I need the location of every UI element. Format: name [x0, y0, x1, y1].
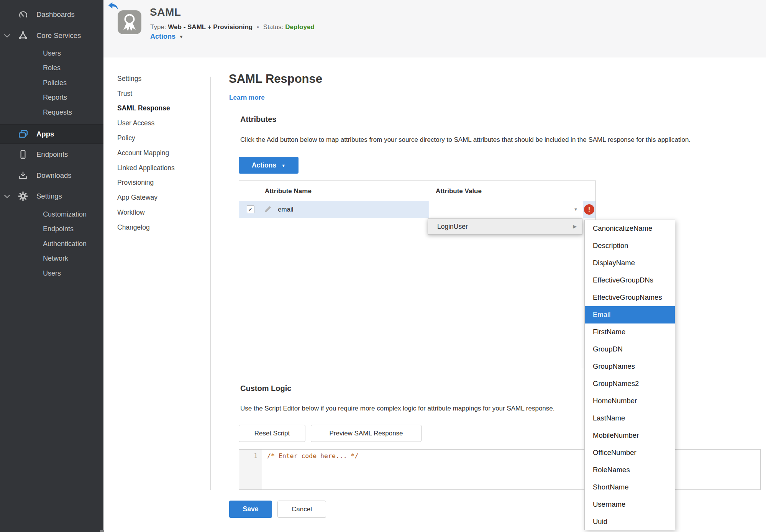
chevron-down-icon[interactable] [4, 194, 11, 199]
sidebar-subitem[interactable]: Network [0, 251, 103, 266]
nav-content-divider [210, 77, 211, 490]
submenu-option[interactable]: Uuid [585, 513, 675, 530]
sidebar-subitem[interactable]: Reports [0, 90, 103, 105]
submenu-option[interactable]: EffectiveGroupDNs [585, 272, 675, 289]
nav-item[interactable]: Trust [117, 86, 205, 101]
sidebar-item-label: Core Services [36, 31, 81, 40]
submenu-option[interactable]: GroupNames [585, 358, 675, 375]
value-dropdown-menu-item-loginuser[interactable]: LoginUser ▶ [428, 218, 582, 235]
nav-item[interactable]: Account Mapping [117, 146, 205, 161]
sidebar-item-endpoints[interactable]: Endpoints [0, 147, 103, 162]
sidebar-subitem[interactable]: Requests [0, 105, 103, 120]
pencil-icon[interactable] [264, 205, 272, 215]
sidebar-subitem[interactable]: Users [0, 46, 103, 61]
nav-item[interactable]: User Access [117, 116, 205, 131]
nav-item[interactable]: Changelog [117, 220, 205, 235]
sidebar-item-label: Downloads [36, 171, 72, 180]
submenu-option[interactable]: Description [585, 237, 675, 255]
row-checkbox[interactable]: ✓ [247, 205, 254, 213]
submenu-option[interactable]: OfficeNumber [585, 444, 675, 461]
reset-script-button[interactable]: Reset Script [239, 425, 305, 442]
nav-item[interactable]: Policy [117, 131, 205, 146]
submenu-option[interactable]: LastName [585, 410, 675, 427]
sidebar-subitem[interactable]: Users [0, 266, 103, 281]
caret-down-icon: ▼ [574, 201, 578, 218]
cancel-button[interactable]: Cancel [277, 501, 326, 518]
main-sidebar: Dashboards Core Services UsersRolesPolic… [0, 0, 103, 532]
sidebar-subitem[interactable]: Authentication [0, 236, 103, 251]
submenu-option[interactable]: CanonicalizeName [585, 220, 675, 237]
caret-down-icon: ▼ [281, 163, 285, 168]
type-label: Type: [150, 23, 166, 31]
submenu-option[interactable]: HomeNumber [585, 392, 675, 410]
loginuser-submenu: CanonicalizeNameDescriptionDisplayNameEf… [584, 220, 675, 530]
back-arrow-icon[interactable] [108, 2, 118, 11]
gear-icon [17, 191, 29, 202]
submenu-option[interactable]: FirstName [585, 323, 675, 341]
attributes-table: Attribute Name Attribute Value ✓ email ▼… [239, 181, 596, 369]
sidebar-item-downloads[interactable]: Downloads [0, 168, 103, 183]
chevron-down-icon[interactable] [4, 34, 11, 38]
attributes-description: Click the Add button below to map attrib… [240, 136, 691, 144]
submenu-option[interactable]: GroupDN [585, 341, 675, 358]
script-editor[interactable]: 1 /* Enter code here... */ [239, 449, 761, 490]
save-button[interactable]: Save [229, 501, 272, 518]
app-logo [118, 10, 141, 34]
submenu-option[interactable]: MobileNumber [585, 427, 675, 444]
attributes-actions-button[interactable]: Actions▼ [239, 157, 299, 174]
submenu-arrow-icon: ▶ [573, 219, 577, 234]
sidebar-item-label: Apps [36, 130, 54, 138]
download-icon [17, 171, 29, 181]
app-root: Dashboards Core Services UsersRolesPolic… [0, 0, 766, 532]
app-header: SAML Type: Web - SAML + Provisioning • S… [103, 0, 766, 57]
nav-item[interactable]: App Gateway [117, 190, 205, 205]
error-icon: ! [584, 204, 594, 215]
type-value: Web - SAML + Provisioning [168, 23, 253, 31]
nav-item[interactable]: Settings [117, 71, 205, 86]
meta-separator: • [254, 23, 261, 31]
sidebar-scrollbar[interactable] [100, 530, 104, 532]
sidebar-subitem[interactable]: Roles [0, 61, 103, 76]
apps-icon [17, 128, 29, 140]
sidebar-subitem[interactable]: Endpoints [0, 222, 103, 237]
submenu-option[interactable]: GroupNames2 [585, 375, 675, 392]
core-services-icon [17, 30, 29, 41]
sidebar-item-apps[interactable]: Apps [0, 124, 103, 144]
status-value: Deployed [285, 23, 315, 31]
nav-item[interactable]: Workflow [117, 205, 205, 220]
sidebar-subitem[interactable]: Customization [0, 207, 103, 222]
phone-icon [17, 149, 29, 159]
nav-item[interactable]: Linked Applications [117, 161, 205, 176]
attribute-value-dropdown[interactable]: ▼ [429, 201, 583, 218]
submenu-option[interactable]: EffectiveGroupNames [585, 289, 675, 306]
table-row[interactable]: ✓ email ▼ ! [239, 201, 595, 218]
submenu-option[interactable]: Username [585, 496, 675, 513]
attribute-name-cell: email [278, 201, 294, 218]
editor-line-number: 1 [239, 450, 262, 489]
sidebar-item-dashboards[interactable]: Dashboards [0, 7, 103, 22]
custom-logic-heading: Custom Logic [240, 384, 291, 393]
nav-item[interactable]: Provisioning [117, 176, 205, 190]
header-actions-dropdown[interactable]: Actions▼ [150, 33, 184, 41]
attributes-heading: Attributes [240, 115, 276, 124]
sidebar-item-label: Dashboards [36, 10, 75, 19]
app-title: SAML [150, 6, 181, 18]
editor-code[interactable]: /* Enter code here... */ [262, 450, 358, 460]
submenu-option[interactable]: ShortName [585, 479, 675, 496]
learn-more-link[interactable]: Learn more [229, 94, 265, 102]
column-header-attribute-value: Attribute Value [436, 181, 482, 201]
sidebar-item-label: Settings [36, 192, 62, 200]
sidebar-core-services-children: UsersRolesPoliciesReportsRequests [0, 46, 103, 120]
preview-saml-response-button[interactable]: Preview SAML Response [311, 425, 422, 442]
sidebar-subitem[interactable]: Policies [0, 76, 103, 90]
sidebar-item-settings[interactable]: Settings [0, 189, 103, 204]
custom-logic-description: Use the Script Editor below if you requi… [240, 405, 554, 412]
submenu-option[interactable]: DisplayName [585, 255, 675, 272]
column-divider [260, 181, 260, 201]
submenu-option[interactable]: RoleNames [585, 461, 675, 479]
sidebar-item-label: Endpoints [36, 150, 68, 159]
submenu-option[interactable]: Email [585, 306, 675, 323]
app-meta: Type: Web - SAML + Provisioning • Status… [150, 23, 315, 31]
sidebar-item-core-services[interactable]: Core Services [0, 28, 103, 43]
nav-item[interactable]: SAML Response [117, 101, 205, 116]
